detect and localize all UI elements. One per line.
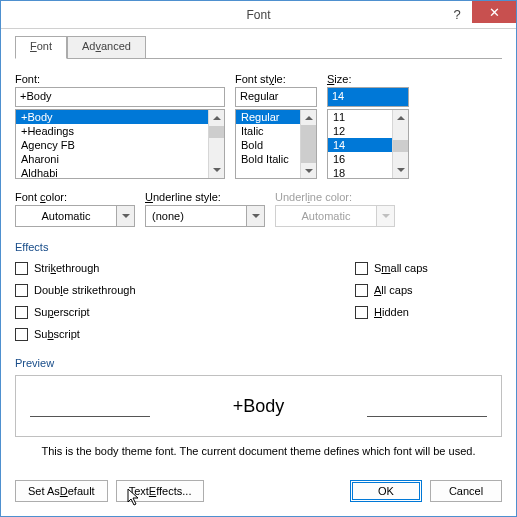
- scrollbar[interactable]: [208, 110, 224, 178]
- list-item[interactable]: 12: [328, 124, 392, 138]
- tab-font[interactable]: Font: [15, 36, 67, 59]
- list-item[interactable]: Regular: [236, 110, 300, 124]
- superscript-checkbox[interactable]: Superscript: [15, 303, 355, 321]
- scroll-up-icon[interactable]: [393, 110, 408, 126]
- allcaps-checkbox[interactable]: All caps: [355, 281, 428, 299]
- font-label: Font:: [15, 73, 225, 85]
- subscript-checkbox[interactable]: Subscript: [15, 325, 355, 343]
- preview-description: This is the body theme font. The current…: [15, 445, 502, 457]
- strikethrough-checkbox[interactable]: Strikethrough: [15, 259, 355, 277]
- scroll-thumb[interactable]: [301, 125, 316, 163]
- color-label: Font color:: [15, 191, 135, 203]
- combo-value: Automatic: [16, 210, 116, 222]
- list-item[interactable]: Aharoni: [16, 152, 208, 166]
- set-as-default-button[interactable]: Set As Default: [15, 480, 108, 502]
- help-button[interactable]: ?: [442, 3, 472, 25]
- list-item[interactable]: Bold: [236, 138, 300, 152]
- preview-box: +Body: [15, 375, 502, 437]
- scroll-down-icon[interactable]: [301, 163, 316, 178]
- list-item[interactable]: Agency FB: [16, 138, 208, 152]
- tab-advanced[interactable]: Advanced: [67, 36, 146, 59]
- scroll-up-icon[interactable]: [209, 110, 224, 126]
- size-input[interactable]: 14: [327, 87, 409, 107]
- list-item[interactable]: Italic: [236, 124, 300, 138]
- style-list[interactable]: Regular Italic Bold Bold Italic: [235, 109, 317, 179]
- close-button[interactable]: ✕: [472, 1, 516, 23]
- preview-line: [367, 416, 487, 417]
- text-effects-button[interactable]: Text Effects...: [116, 480, 205, 502]
- font-list[interactable]: +Body +Headings Agency FB Aharoni Aldhab…: [15, 109, 225, 179]
- list-item[interactable]: Bold Italic: [236, 152, 300, 166]
- ok-button[interactable]: OK: [350, 480, 422, 502]
- size-list[interactable]: 11 12 14 16 18: [327, 109, 409, 179]
- chevron-down-icon: [246, 206, 264, 226]
- list-item[interactable]: 14: [328, 138, 392, 152]
- scroll-down-icon[interactable]: [209, 162, 224, 178]
- size-label: Size:: [327, 73, 409, 85]
- combo-value: (none): [146, 210, 246, 222]
- list-item[interactable]: 18: [328, 166, 392, 179]
- style-input[interactable]: Regular: [235, 87, 317, 107]
- scroll-thumb[interactable]: [209, 126, 224, 138]
- scroll-down-icon[interactable]: [393, 162, 408, 178]
- preview-line: [30, 416, 150, 417]
- font-dialog: Font ? ✕ Font Advanced Font: +Body +Body…: [0, 0, 517, 517]
- scrollbar[interactable]: [392, 110, 408, 178]
- tab-strip: Font Advanced: [15, 35, 502, 59]
- underline-label: Underline style:: [145, 191, 265, 203]
- list-item[interactable]: +Headings: [16, 124, 208, 138]
- scroll-thumb[interactable]: [393, 140, 408, 152]
- list-item[interactable]: 16: [328, 152, 392, 166]
- font-color-combo[interactable]: Automatic: [15, 205, 135, 227]
- font-input[interactable]: +Body: [15, 87, 225, 107]
- double-strikethrough-checkbox[interactable]: Double strikethrough: [15, 281, 355, 299]
- list-item[interactable]: Aldhabi: [16, 166, 208, 179]
- titlebar: Font ? ✕: [1, 1, 516, 29]
- effects-group-label: Effects: [15, 241, 502, 253]
- underline-style-combo[interactable]: (none): [145, 205, 265, 227]
- preview-text: +Body: [233, 396, 285, 417]
- style-label: Font style:: [235, 73, 317, 85]
- cancel-button[interactable]: Cancel: [430, 480, 502, 502]
- smallcaps-checkbox[interactable]: Small caps: [355, 259, 428, 277]
- list-item[interactable]: +Body: [16, 110, 208, 124]
- chevron-down-icon: [376, 206, 394, 226]
- combo-value: Automatic: [276, 210, 376, 222]
- underline-color-label: Underline color:: [275, 191, 395, 203]
- chevron-down-icon: [116, 206, 134, 226]
- preview-group-label: Preview: [15, 357, 502, 369]
- scrollbar[interactable]: [300, 110, 316, 178]
- window-title: Font: [246, 8, 270, 22]
- hidden-checkbox[interactable]: Hidden: [355, 303, 428, 321]
- underline-color-combo: Automatic: [275, 205, 395, 227]
- list-item[interactable]: 11: [328, 110, 392, 124]
- scroll-up-icon[interactable]: [301, 110, 316, 125]
